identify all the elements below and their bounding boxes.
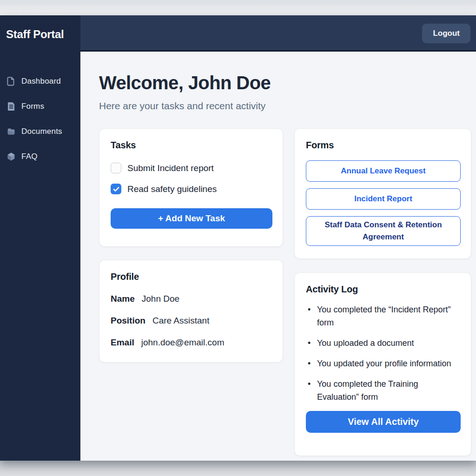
profile-card-title: Profile bbox=[111, 271, 271, 282]
main-content: Welcome, John Doe Here are your tasks an… bbox=[80, 53, 476, 461]
annual-leave-request-button[interactable]: Annual Leave Request bbox=[306, 160, 461, 182]
profile-field-label: Name bbox=[111, 294, 135, 304]
activity-item: You completed the Training Evaluation” f… bbox=[306, 377, 456, 403]
task-row-incident-report[interactable]: Submit Incident report bbox=[111, 163, 271, 173]
activity-log-card: Activity Log You completed the “Incident… bbox=[294, 272, 471, 456]
task-row-safety-guidelines[interactable]: Read safety guidelines bbox=[111, 184, 271, 194]
staff-data-consent-button[interactable]: Staff Data Consent & Retention Agreement bbox=[306, 216, 461, 246]
profile-field-value: Care Assistant bbox=[152, 316, 210, 326]
cube-icon bbox=[6, 152, 16, 162]
incident-report-button[interactable]: Incident Report bbox=[306, 188, 461, 210]
page-subtitle: Here are your tasks and recent activity bbox=[99, 100, 471, 112]
sidebar-item-label: Documents bbox=[21, 127, 62, 136]
profile-row-name: Name John Doe bbox=[111, 294, 271, 304]
app-title: Staff Portal bbox=[6, 28, 80, 41]
sidebar-item-label: Dashboard bbox=[21, 77, 61, 86]
tasks-card-title: Tasks bbox=[111, 140, 271, 151]
logout-button[interactable]: Logout bbox=[422, 24, 470, 43]
task-label: Read safety guidelines bbox=[127, 184, 217, 194]
profile-card: Profile Name John Doe Position Care Assi… bbox=[99, 260, 283, 363]
sidebar: Staff Portal Dashboard bbox=[0, 15, 80, 461]
checkbox-unchecked[interactable] bbox=[111, 163, 121, 173]
checkbox-checked[interactable] bbox=[111, 184, 121, 194]
profile-row-email: Email john.doe@email.com bbox=[111, 337, 271, 348]
add-new-task-button[interactable]: + Add New Task bbox=[111, 208, 272, 229]
profile-field-label: Email bbox=[111, 337, 134, 348]
tasks-card: Tasks Submit Incident report Read safety… bbox=[99, 128, 283, 247]
page-icon bbox=[6, 76, 16, 86]
sidebar-item-dashboard[interactable]: Dashboard bbox=[0, 69, 80, 94]
task-label: Submit Incident report bbox=[127, 163, 214, 173]
document-lines-icon bbox=[6, 101, 16, 112]
activity-list: You completed the “Incident Report” form… bbox=[306, 303, 460, 403]
page-title: Welcome, John Doe bbox=[99, 73, 471, 93]
view-all-activity-button[interactable]: View All Activity bbox=[306, 411, 461, 433]
profile-field-value: John Doe bbox=[142, 294, 179, 304]
sidebar-item-label: Forms bbox=[21, 102, 44, 111]
activity-log-title: Activity Log bbox=[306, 284, 460, 295]
activity-item: You completed the “Incident Report” form bbox=[306, 303, 456, 329]
activity-item: You uploaded a document bbox=[306, 337, 456, 350]
profile-field-label: Position bbox=[111, 316, 145, 326]
forms-card: Forms Annual Leave Request Incident Repo… bbox=[294, 128, 471, 259]
sidebar-nav: Dashboard Forms bbox=[0, 69, 80, 169]
sidebar-item-forms[interactable]: Forms bbox=[0, 94, 80, 119]
sidebar-item-faq[interactable]: FAQ bbox=[0, 144, 80, 169]
profile-row-position: Position Care Assistant bbox=[111, 316, 271, 326]
profile-field-value: john.doe@email.com bbox=[141, 337, 225, 348]
sidebar-item-documents[interactable]: Documents bbox=[0, 119, 80, 144]
folder-icon bbox=[6, 126, 16, 137]
desktop-background-bottom bbox=[0, 461, 476, 476]
forms-card-title: Forms bbox=[306, 140, 460, 151]
activity-item: You updated your profile information bbox=[306, 357, 456, 370]
app-window: Logout Staff Portal Dashboard bbox=[0, 15, 476, 461]
sidebar-item-label: FAQ bbox=[21, 152, 38, 161]
top-header-bar: Logout bbox=[80, 15, 476, 52]
desktop-background-top bbox=[0, 0, 476, 15]
